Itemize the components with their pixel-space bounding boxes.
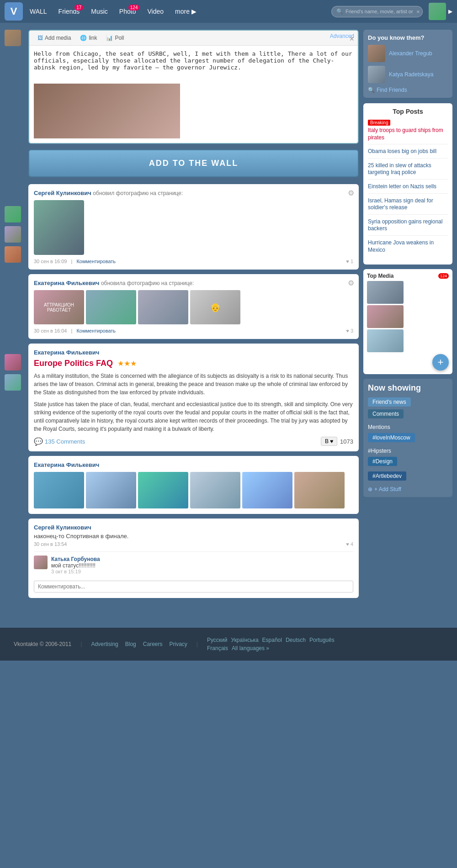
top-posts-panel: Top Posts Breaking Italy troops to guard… [363,103,452,265]
top-post-7: Hurricane Jova weakens in Mexico [368,239,448,256]
do-you-know-panel: Do you know them? Alexander Tregub Katya… [363,30,452,98]
nav-video[interactable]: Video [143,5,168,17]
know-avatar-2 [368,66,385,83]
footer-lang-es[interactable]: Español [262,637,282,643]
composer-close-button[interactable]: × [349,34,354,44]
top-post-link-1[interactable]: Italy troops to guard ships from pirates [368,127,448,141]
search-icon: 🔍 [336,8,343,15]
footer-lang-all[interactable]: All languages » [232,645,269,651]
composer-image-preview [34,84,180,138]
tab-poll[interactable]: 📊 Poll [101,33,128,43]
footer-blog[interactable]: Blog [125,641,136,647]
art-img-2[interactable] [86,472,136,508]
post-settings-icon-2[interactable]: ⚙ [348,279,354,287]
post-photo-1 [34,200,84,255]
top-post-link-4[interactable]: Einstein letter on Nazis sells [368,183,448,191]
footer-lang-fr[interactable]: Français [207,645,228,651]
top-post-6: Syria opposition gains regional backers [368,218,448,236]
profile-arrow-icon[interactable]: ▶ [448,8,452,15]
find-friends-link[interactable]: 🔍 Find Friends [368,87,448,93]
footer-lang-de[interactable]: Deutsch [286,637,306,643]
post-author-1[interactable]: Сергей Кулинкович обновил фотографию на … [34,190,353,196]
ns-tag-loveinmoscow[interactable]: #loveInMoscow [368,433,415,442]
top-post-link-5[interactable]: Israel, Hamas sign deal for soldier's re… [368,197,448,212]
photo-thumb-2[interactable] [86,290,136,324]
site-logo[interactable]: V [5,2,23,21]
feed-post-5: Сергей Кулинкович наконец-то Спортивная … [28,519,359,598]
know-name-2[interactable]: Katya Radetskaya [389,71,433,78]
nav-friends[interactable]: Friends 17 [54,5,85,17]
like-count-2: ♥ 3 [346,328,353,333]
side-avatar-4[interactable] [5,246,21,263]
top-post-link-3[interactable]: 25 killed in slew of attacks targeting I… [368,162,448,176]
post-author-5[interactable]: Сергей Кулинкович [34,524,353,531]
comments-link[interactable]: 135 Comments [45,438,85,445]
feed-post-3: Екатерина Филькевич Europe Politics FAQ … [28,344,359,451]
search-input[interactable] [345,8,414,15]
nav-more[interactable]: more ▶ [170,5,201,17]
art-img-3[interactable] [138,472,188,508]
side-avatar-3[interactable] [5,226,21,243]
know-name-1[interactable]: Alexander Tregub [389,50,432,57]
photo-badge: 124 [128,5,140,11]
photo-thumb-4[interactable]: 👴 [190,290,240,324]
top-posts-title: Top Posts [368,108,448,115]
tab-add-media[interactable]: 🖼 Add media [33,33,75,43]
post-author-2[interactable]: Екатерина Филькевич обновила фотографию … [34,280,353,286]
like-button[interactable]: B ♥ [321,437,337,446]
ns-tag-design[interactable]: #Design [368,457,397,466]
footer-privacy[interactable]: Privacy [169,641,187,647]
breaking-badge: Breaking [368,120,390,126]
comment-author[interactable]: Катька Горбунова [51,556,100,562]
footer-lang-pt[interactable]: Português [309,637,335,643]
post-author-4[interactable]: Екатерина Филькевич [34,461,353,468]
ns-tag-artlebedev[interactable]: #Artlebedev [368,471,406,481]
ns-tag-friends-news[interactable]: Friend's news [368,397,411,407]
photo-thumb-1[interactable]: АТТРАКЦИОНРАБОТАЕТ [34,290,84,324]
find-friends-icon: 🔍 [368,87,375,93]
comment-input[interactable] [34,581,353,593]
side-avatar-1[interactable] [5,30,21,46]
media-thumb-3[interactable] [367,329,404,352]
art-img-5[interactable] [242,472,292,508]
footer-lang-uk[interactable]: Українська [231,637,258,643]
add-to-wall-button[interactable]: ADD TO THE WALL [28,149,359,177]
ns-tag-comments[interactable]: Comments [368,409,404,418]
top-post-link-2[interactable]: Obama loses big on jobs bill [368,148,448,155]
add-media-button[interactable]: + [432,354,449,370]
tab-link[interactable]: 🌐 link [75,33,101,43]
footer-careers[interactable]: Careers [143,641,163,647]
side-avatar-2[interactable] [5,206,21,222]
art-img-6[interactable] [294,472,345,508]
user-avatar[interactable] [429,3,446,20]
search-clear-icon[interactable]: × [416,8,420,15]
footer-advertising[interactable]: Advertising [91,641,118,647]
add-stuff-icon: ⊕ [368,486,372,492]
ns-hipsters[interactable]: #Hipsters [368,448,448,454]
footer-lang-ru[interactable]: Русский [207,637,228,643]
composer-textarea[interactable]: Hello from Chicago, the seat of USRBC, w… [34,50,353,82]
post-photos-2: АТТРАКЦИОНРАБОТАЕТ 👴 [34,290,353,324]
art-img-1[interactable] [34,472,84,508]
nav-wall[interactable]: WALL [25,5,52,17]
ns-mentions[interactable]: Mentions [368,424,448,430]
art-img-4[interactable] [190,472,240,508]
ns-add-stuff[interactable]: ⊕ + Add Stuff [368,486,448,492]
comment-link-2[interactable]: Комментировать [76,328,116,333]
know-person-2: Katya Radetskaya [368,66,448,83]
media-thumb-1[interactable] [367,281,404,304]
side-avatar-5[interactable] [5,354,21,370]
article-stars: ★★★ [117,359,137,368]
top-post-4: Einstein letter on Nazis sells [368,183,448,194]
post-author-3[interactable]: Екатерина Филькевич [34,349,353,356]
side-avatar-6[interactable] [5,374,21,391]
photo-thumb-3[interactable] [138,290,188,324]
nav-photo[interactable]: Photo 124 [115,5,141,17]
top-post-link-6[interactable]: Syria opposition gains regional backers [368,218,448,233]
comment-link-1[interactable]: Комментировать [76,259,116,264]
article-title[interactable]: Europe Politics FAQ [34,359,113,368]
nav-music[interactable]: Music [86,5,112,17]
top-post-link-7[interactable]: Hurricane Jova weakens in Mexico [368,239,448,254]
post-settings-icon[interactable]: ⚙ [348,189,354,197]
media-thumb-2[interactable] [367,305,404,328]
